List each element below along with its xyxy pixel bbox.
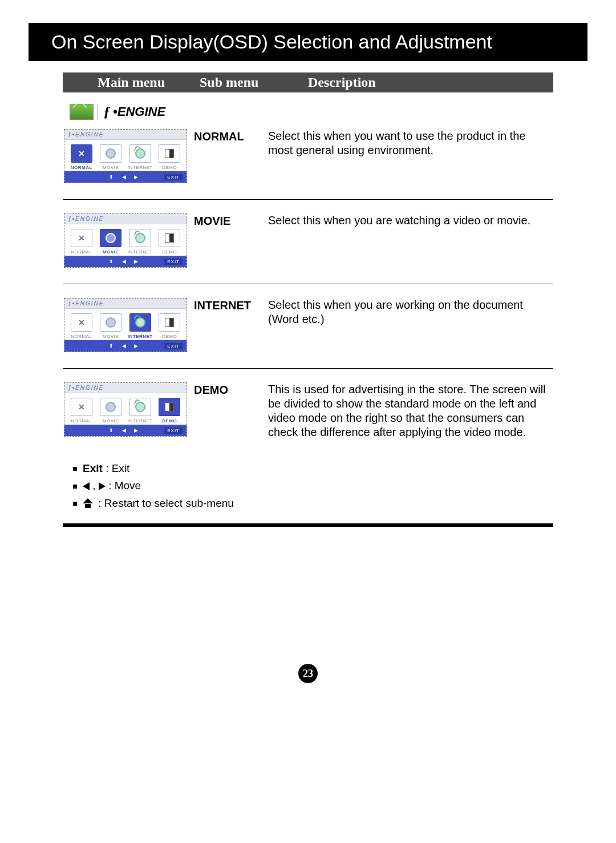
f-engine-label: ƒ•ENGINE bbox=[97, 104, 165, 120]
page-number: 23 bbox=[298, 664, 318, 683]
osd-preview-movie: ƒ•ENGINE ✕NORMAL MOVIE INTERNET DEMO ⬆ ◀… bbox=[64, 213, 187, 268]
osd-option-internet: INTERNET bbox=[128, 144, 153, 170]
submenu-internet: INTERNET bbox=[194, 298, 268, 312]
submenu-demo: DEMO bbox=[194, 382, 268, 397]
row-normal: ƒ•ENGINE ✕NORMAL MOVIE INTERNET DEMO ⬆ ◀… bbox=[63, 126, 553, 200]
submenu-normal: NORMAL bbox=[194, 129, 268, 143]
osd-option-normal: ✕NORMAL bbox=[69, 144, 94, 170]
osd-preview-demo: ƒ•ENGINE ✕NORMAL MOVIE INTERNET DEMO ⬆ ◀… bbox=[64, 382, 187, 437]
header-main-menu: Main menu bbox=[63, 72, 200, 92]
row-demo: ƒ•ENGINE ✕NORMAL MOVIE INTERNET DEMO ⬆ ◀… bbox=[63, 379, 553, 452]
osd-header-text: ƒ•ENGINE bbox=[64, 130, 187, 140]
legend-move: , : Move bbox=[73, 477, 553, 494]
row-movie: ƒ•ENGINE ✕NORMAL MOVIE INTERNET DEMO ⬆ ◀… bbox=[63, 210, 553, 284]
desc-demo: This is used for advertising in the stor… bbox=[268, 382, 553, 439]
legend-restart: : Restart to select sub-menu bbox=[73, 495, 553, 512]
right-arrow-icon bbox=[99, 482, 106, 490]
legend-exit: Exit : Exit bbox=[73, 460, 553, 477]
osd-option-movie: MOVIE bbox=[98, 144, 123, 170]
legend: Exit : Exit , : Move : Restart to select… bbox=[73, 460, 553, 512]
f-engine-icon bbox=[70, 104, 94, 120]
osd-preview-internet: ƒ•ENGINE ✕NORMAL MOVIE INTERNET DEMO ⬆ ◀… bbox=[64, 298, 187, 352]
up-arrow-icon bbox=[84, 500, 92, 508]
page-title: On Screen Display(OSD) Selection and Adj… bbox=[29, 23, 587, 61]
table-header: Main menu Sub menu Description bbox=[63, 72, 553, 92]
left-arrow-icon bbox=[83, 482, 90, 490]
osd-preview-normal: ƒ•ENGINE ✕NORMAL MOVIE INTERNET DEMO ⬆ ◀… bbox=[64, 129, 187, 183]
bottom-rule bbox=[63, 523, 553, 527]
desc-internet: Select this when you are working on the … bbox=[268, 298, 553, 326]
submenu-movie: MOVIE bbox=[194, 213, 268, 228]
header-sub-menu: Sub menu bbox=[200, 72, 308, 92]
row-internet: ƒ•ENGINE ✕NORMAL MOVIE INTERNET DEMO ⬆ ◀… bbox=[63, 295, 553, 369]
desc-movie: Select this when you are watching a vide… bbox=[268, 213, 553, 228]
f-engine-section-title: ƒ•ENGINE bbox=[70, 104, 553, 120]
osd-option-demo: DEMO bbox=[157, 144, 182, 170]
desc-normal: Select this when you want to use the pro… bbox=[268, 129, 553, 158]
header-description: Description bbox=[308, 72, 553, 92]
